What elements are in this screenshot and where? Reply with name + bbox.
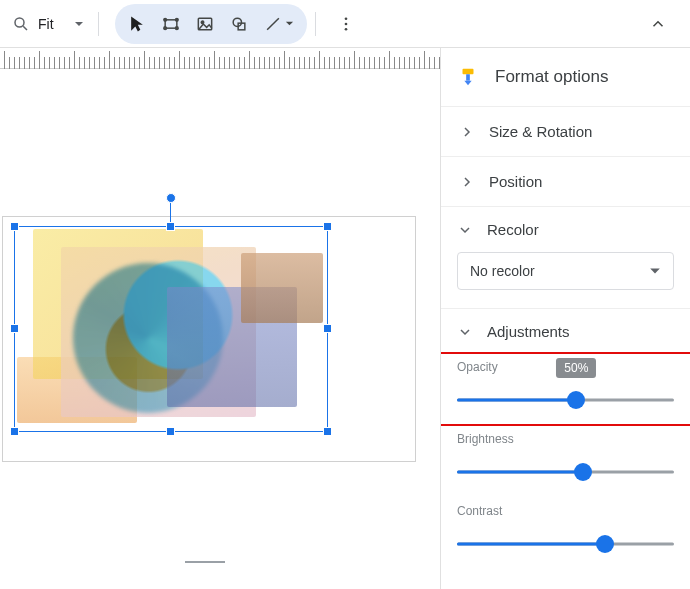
chevron-down-icon: [457, 222, 473, 238]
slider-fill: [457, 399, 576, 402]
panel-header: Format options: [441, 48, 690, 107]
zoom-value: Fit: [38, 16, 54, 32]
slide-canvas[interactable]: [2, 216, 416, 462]
panel-title: Format options: [495, 67, 608, 87]
brightness-label: Brightness: [457, 432, 674, 446]
textbox-tool-button[interactable]: [155, 8, 187, 40]
section-label: Recolor: [487, 221, 539, 238]
svg-point-4: [175, 18, 178, 21]
contrast-slider[interactable]: [457, 536, 674, 552]
recolor-value: No recolor: [470, 263, 535, 279]
svg-point-13: [344, 22, 347, 25]
image-layer: [241, 253, 323, 323]
section-toggle-position[interactable]: Position: [441, 157, 690, 206]
svg-rect-16: [466, 74, 470, 80]
svg-rect-15: [463, 69, 474, 75]
main-area: Click to add speaker notes Format option…: [0, 48, 690, 589]
format-options-panel: Format options Size & Rotation Position …: [440, 48, 690, 589]
slider-fill: [457, 543, 605, 546]
section-position: Position: [441, 157, 690, 207]
recolor-select[interactable]: No recolor: [457, 252, 674, 290]
adjustments-body: Opacity 50% Brightness: [441, 354, 690, 578]
slider-thumb[interactable]: [567, 391, 585, 409]
collapse-toolbar-button[interactable]: [640, 6, 676, 42]
contrast-group: Contrast: [457, 498, 674, 570]
section-toggle-recolor[interactable]: Recolor: [441, 207, 690, 252]
chevron-down-icon: [457, 324, 473, 340]
line-tool-button[interactable]: [257, 8, 301, 40]
svg-point-14: [344, 27, 347, 30]
section-recolor: Recolor No recolor: [441, 207, 690, 309]
contrast-label: Contrast: [457, 504, 674, 518]
section-toggle-adjustments[interactable]: Adjustments: [441, 309, 690, 354]
opacity-tooltip: 50%: [556, 358, 596, 378]
slide-editor: Click to add speaker notes: [0, 48, 440, 589]
page-separator: [185, 561, 225, 563]
svg-point-0: [15, 18, 24, 27]
section-toggle-size-rotation[interactable]: Size & Rotation: [441, 107, 690, 156]
recolor-body: No recolor: [441, 252, 690, 308]
magnifier-icon: [12, 15, 30, 33]
shape-tool-button[interactable]: [223, 8, 255, 40]
brightness-slider[interactable]: [457, 464, 674, 480]
svg-point-3: [163, 18, 166, 21]
horizontal-ruler[interactable]: [0, 48, 440, 69]
select-tool-button[interactable]: [121, 8, 153, 40]
brightness-group: Brightness: [457, 426, 674, 498]
slider-thumb[interactable]: [574, 463, 592, 481]
opacity-slider[interactable]: 50%: [457, 392, 674, 408]
rotate-handle[interactable]: [166, 193, 176, 203]
zoom-dropdown[interactable]: Fit: [6, 15, 90, 33]
more-tools-button[interactable]: [330, 8, 362, 40]
section-label: Size & Rotation: [489, 123, 592, 140]
section-label: Position: [489, 173, 542, 190]
tool-group: [115, 4, 307, 44]
separator: [98, 12, 99, 36]
svg-point-5: [163, 26, 166, 29]
chevron-right-icon: [459, 124, 475, 140]
svg-point-6: [175, 26, 178, 29]
slider-thumb[interactable]: [596, 535, 614, 553]
slider-fill: [457, 471, 583, 474]
image-stack: [17, 229, 327, 429]
svg-point-9: [233, 18, 241, 26]
section-label: Adjustments: [487, 323, 570, 340]
format-icon: [457, 66, 479, 88]
chevron-right-icon: [459, 174, 475, 190]
svg-rect-2: [165, 19, 177, 27]
section-size-rotation: Size & Rotation: [441, 107, 690, 157]
svg-point-12: [344, 17, 347, 20]
section-adjustments: Adjustments Opacity 50% Brightness: [441, 309, 690, 578]
caret-down-icon: [285, 19, 294, 28]
toolbar: Fit: [0, 0, 690, 48]
separator: [315, 12, 316, 36]
image-tool-button[interactable]: [189, 8, 221, 40]
caret-down-icon: [649, 265, 661, 277]
caret-down-icon: [74, 19, 84, 29]
svg-line-1: [23, 26, 27, 30]
svg-line-11: [267, 18, 279, 30]
